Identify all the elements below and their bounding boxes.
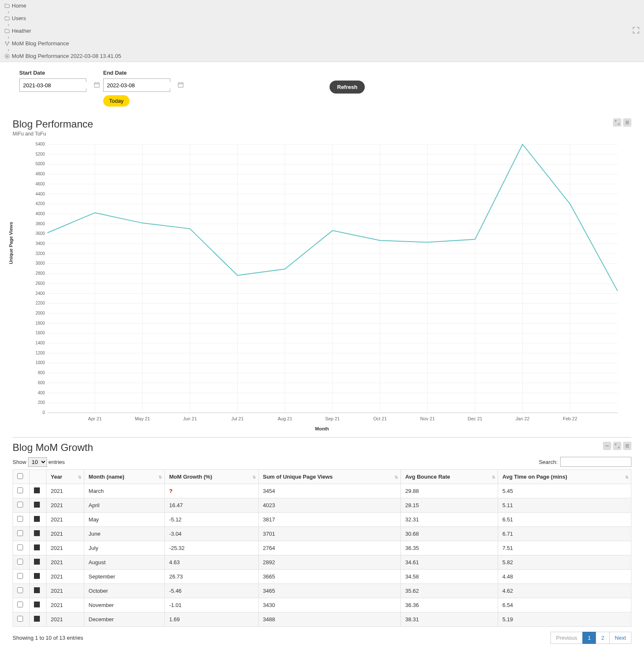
y-axis-label: Unique Page Views: [8, 222, 13, 264]
svg-text:1800: 1800: [36, 321, 45, 326]
svg-text:Oct 21: Oct 21: [373, 416, 387, 421]
start-date-input[interactable]: [19, 78, 86, 92]
x-axis-label: Month: [13, 426, 631, 431]
svg-text:Sep 21: Sep 21: [325, 416, 340, 421]
svg-text:Aug 21: Aug 21: [278, 416, 292, 421]
start-date-group: Start Date: [19, 70, 86, 92]
row-checkbox[interactable]: [17, 587, 23, 593]
row-checkbox[interactable]: [17, 487, 23, 493]
line-chart: 0200400600800100012001400160018002000220…: [13, 140, 631, 425]
entries-select[interactable]: 10: [28, 457, 47, 467]
svg-text:4000: 4000: [36, 211, 45, 216]
svg-text:Jan 22: Jan 22: [516, 416, 530, 421]
column-header[interactable]: Month (name)⇅: [84, 470, 165, 484]
search-label: Search:: [539, 459, 558, 465]
start-date-label: Start Date: [19, 70, 86, 76]
svg-text:3800: 3800: [36, 221, 45, 226]
row-checkbox[interactable]: [17, 602, 23, 607]
svg-text:600: 600: [38, 380, 45, 385]
breadcrumb-item[interactable]: Users: [4, 15, 121, 21]
fullscreen-icon[interactable]: [632, 26, 640, 35]
svg-text:2200: 2200: [36, 301, 45, 305]
svg-point-2: [7, 44, 8, 45]
svg-text:3000: 3000: [36, 261, 45, 266]
svg-rect-4: [94, 83, 99, 87]
growth-table: Year⇅Month (name)⇅MoM Growth (%)⇅Sum of …: [13, 469, 631, 627]
svg-text:Jun 21: Jun 21: [183, 416, 197, 421]
svg-text:4600: 4600: [36, 182, 45, 186]
table-row: 2021November-1.01343036.366.54: [13, 598, 631, 612]
table-info: Showing 1 to 10 of 13 entries: [13, 635, 83, 641]
show-label: Show: [13, 459, 26, 465]
pager-page[interactable]: 2: [596, 632, 610, 644]
svg-text:Dec 21: Dec 21: [468, 416, 483, 421]
search-input[interactable]: [560, 457, 631, 467]
end-date-group: End Date Today: [103, 70, 170, 107]
collapse-icon[interactable]: [603, 442, 611, 450]
refresh-button[interactable]: Refresh: [330, 81, 365, 94]
end-date-input[interactable]: [103, 78, 170, 92]
svg-text:800: 800: [38, 370, 45, 375]
today-button[interactable]: Today: [103, 95, 130, 107]
pager-page[interactable]: 1: [582, 632, 596, 644]
pager-previous[interactable]: Previous: [551, 632, 583, 644]
svg-text:Feb 22: Feb 22: [563, 416, 577, 421]
pagination: Previous12Next: [551, 632, 631, 644]
svg-text:May 21: May 21: [135, 416, 150, 421]
table-row: 2021July-25.32276436.357.51: [13, 541, 631, 555]
menu-icon[interactable]: [623, 118, 631, 127]
column-header[interactable]: Avg Time on Page (mins)⇅: [498, 470, 631, 484]
breadcrumb-item[interactable]: Home: [4, 3, 121, 9]
table-row: 2021April16.47402328.155.11: [13, 498, 631, 513]
row-marker-icon: [34, 559, 40, 565]
svg-text:200: 200: [38, 400, 45, 405]
svg-text:400: 400: [38, 391, 45, 395]
svg-text:0: 0: [42, 410, 45, 415]
row-checkbox[interactable]: [17, 502, 23, 508]
svg-point-1: [8, 42, 9, 42]
svg-text:2400: 2400: [36, 291, 45, 296]
expand-table-icon[interactable]: [613, 442, 621, 450]
svg-text:Nov 21: Nov 21: [420, 416, 435, 421]
breadcrumb-item[interactable]: MoM Blog Performance 2022-03-08 13.41.05: [4, 53, 121, 59]
breadcrumb-item[interactable]: MoM Blog Performance: [4, 40, 121, 47]
table-row: 2021June-3.04370130.686.71: [13, 527, 631, 541]
svg-text:3200: 3200: [36, 251, 45, 256]
svg-text:Jul 21: Jul 21: [231, 416, 244, 421]
column-header[interactable]: MoM Growth (%)⇅: [165, 470, 259, 484]
svg-point-0: [5, 42, 6, 42]
svg-text:4400: 4400: [36, 192, 45, 196]
row-marker-icon: [34, 487, 40, 493]
svg-text:1200: 1200: [36, 351, 45, 355]
column-header[interactable]: Sum of Unique Page Views⇅: [258, 470, 400, 484]
row-marker-icon: [34, 616, 40, 622]
table-row: 2021May-5.12381732.316.51: [13, 513, 631, 527]
column-header[interactable]: Year⇅: [47, 470, 84, 484]
svg-text:Apr 21: Apr 21: [88, 416, 101, 421]
entries-label: entries: [49, 459, 65, 465]
svg-text:5000: 5000: [36, 162, 45, 166]
breadcrumb-item[interactable]: Heather: [4, 28, 121, 34]
svg-text:2000: 2000: [36, 311, 45, 315]
pager-next[interactable]: Next: [609, 632, 631, 644]
select-all-checkbox[interactable]: [17, 473, 23, 479]
row-marker-icon: [34, 502, 40, 508]
row-checkbox[interactable]: [17, 544, 23, 550]
breadcrumb: Home›Users›Heather›MoM Blog Performance›…: [0, 0, 644, 62]
row-checkbox[interactable]: [17, 559, 23, 565]
row-marker-icon: [34, 516, 40, 522]
svg-text:3400: 3400: [36, 241, 45, 246]
row-checkbox[interactable]: [17, 530, 23, 536]
calendar-icon: [177, 81, 184, 89]
row-checkbox[interactable]: [17, 573, 23, 579]
svg-text:4200: 4200: [36, 201, 45, 206]
row-checkbox[interactable]: [17, 616, 23, 622]
expand-chart-icon[interactable]: [613, 118, 621, 127]
calendar-icon: [93, 81, 100, 89]
row-checkbox[interactable]: [17, 516, 23, 522]
menu-icon[interactable]: [623, 442, 631, 450]
svg-text:2800: 2800: [36, 271, 45, 276]
growth-title: Blog MoM Growth: [13, 442, 93, 453]
chart-title: Blog Performance: [13, 118, 93, 130]
column-header[interactable]: Avg Bounce Rate⇅: [401, 470, 498, 484]
